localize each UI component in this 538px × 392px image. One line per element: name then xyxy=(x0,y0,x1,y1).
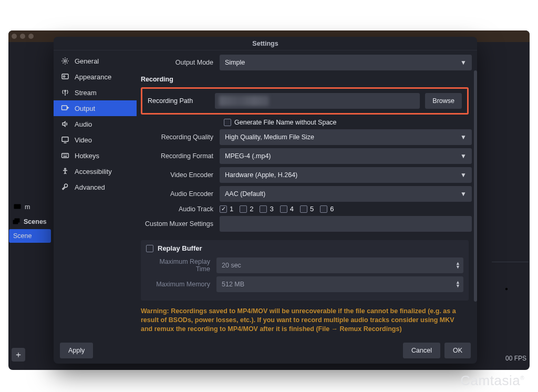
recording-format-select[interactable]: MPEG-4 (.mp4) ▼ xyxy=(220,148,472,164)
recording-path-blurred-value xyxy=(219,96,269,106)
sidebar-item-label: Hotkeys xyxy=(75,152,99,160)
svg-point-4 xyxy=(64,60,66,62)
recording-quality-label: Recording Quality xyxy=(138,133,220,141)
svg-point-3 xyxy=(505,288,508,290)
sidebar-item-label: Appearance xyxy=(75,73,111,81)
video-encoder-select[interactable]: Hardware (Apple, H.264) ▼ xyxy=(220,167,472,183)
recording-warning-text: Warning: Recordings saved to MP4/MOV wil… xyxy=(141,307,468,334)
gear-icon xyxy=(61,57,69,65)
recording-path-label: Recording Path xyxy=(148,97,210,105)
audio-encoder-label: Audio Encoder xyxy=(138,190,220,198)
browse-button[interactable]: Browse xyxy=(425,93,462,109)
appearance-icon xyxy=(61,73,69,81)
sidebar-item-label: Stream xyxy=(75,89,97,97)
scrollbar[interactable] xyxy=(474,70,477,302)
audio-encoder-select[interactable]: AAC (Default) ▼ xyxy=(220,186,472,202)
sidebar-item-output[interactable]: Output xyxy=(54,100,137,116)
output-icon xyxy=(61,104,69,112)
generate-filename-checkbox[interactable] xyxy=(224,119,231,126)
sidebar-item-label: Output xyxy=(75,105,95,112)
stepper-icon: ▲▼ xyxy=(456,262,460,269)
sidebar-item-label: Video xyxy=(75,136,92,144)
antenna-icon xyxy=(61,88,69,97)
video-encoder-label: Video Encoder xyxy=(138,171,220,179)
svg-rect-9 xyxy=(62,137,68,141)
audio-track-6-checkbox[interactable] xyxy=(320,205,327,213)
recording-quality-select[interactable]: High Quality, Medium File Size ▼ xyxy=(220,129,472,145)
svg-point-6 xyxy=(63,76,65,77)
cancel-button[interactable]: Cancel xyxy=(403,343,440,358)
max-memory-input[interactable]: 512 MB ▲▼ xyxy=(216,276,463,292)
modal-footer: Apply Cancel OK xyxy=(54,337,477,364)
sidebar-item-label: General xyxy=(75,57,99,65)
output-mode-select[interactable]: Simple ▼ xyxy=(220,55,472,70)
chevron-down-icon: ▼ xyxy=(460,133,467,141)
audio-track-2-checkbox[interactable] xyxy=(240,205,247,213)
sidebar-item-label: Accessibility xyxy=(75,168,112,176)
audio-track-3-checkbox[interactable] xyxy=(260,205,267,213)
settings-content: Output Mode Simple ▼ Recording Recording… xyxy=(137,50,477,337)
audio-track-1-checkbox[interactable] xyxy=(220,205,227,213)
sidebar-item-label: Audio xyxy=(75,120,92,128)
sidebar-item-label: Advanced xyxy=(75,183,105,191)
svg-rect-8 xyxy=(62,106,67,110)
fps-indicator: 00 FPS xyxy=(505,355,526,362)
sidebar-item-appearance[interactable]: Appearance xyxy=(54,69,137,85)
chevron-down-icon: ▼ xyxy=(460,59,467,66)
window-traffic-lights xyxy=(12,30,34,42)
scenes-sidepanel: m Scenes Scene xyxy=(9,200,51,243)
sidebar-item-stream[interactable]: Stream xyxy=(54,85,137,100)
ok-button[interactable]: OK xyxy=(444,343,471,358)
scenes-icon xyxy=(12,218,20,226)
apply-button[interactable]: Apply xyxy=(60,343,93,358)
audio-track-group: 1 2 3 4 5 6 xyxy=(220,205,472,213)
monitor-row[interactable]: m xyxy=(9,200,51,214)
monitor-row-label: m xyxy=(25,203,30,211)
svg-rect-0 xyxy=(14,204,21,209)
settings-sidebar: General Appearance Stream Output Audio V… xyxy=(54,50,137,337)
wrench-icon xyxy=(61,183,69,191)
svg-point-11 xyxy=(65,168,66,170)
svg-rect-10 xyxy=(62,153,69,158)
generate-filename-label: Generate File Name without Space xyxy=(234,119,337,126)
replay-buffer-title: Replay Buffer xyxy=(158,244,202,252)
max-replay-time-input[interactable]: 20 sec ▲▼ xyxy=(216,257,463,273)
custom-muxer-input[interactable] xyxy=(220,216,472,232)
sidebar-item-hotkeys[interactable]: Hotkeys xyxy=(54,148,137,163)
add-scene-button[interactable]: ＋ xyxy=(12,348,25,362)
recording-section-header: Recording xyxy=(141,76,472,83)
max-replay-time-label: Maximum Replay Time xyxy=(146,258,216,273)
recording-path-highlight: Recording Path Browse xyxy=(141,87,469,115)
keyboard-icon xyxy=(61,151,69,160)
monitor-icon xyxy=(61,136,69,144)
sidebar-item-general[interactable]: General xyxy=(54,53,137,69)
sidebar-item-accessibility[interactable]: Accessibility xyxy=(54,163,137,179)
custom-muxer-label: Custom Muxer Settings xyxy=(138,220,220,228)
output-mode-label: Output Mode xyxy=(138,59,220,66)
sidebar-item-video[interactable]: Video xyxy=(54,132,137,148)
monitor-icon xyxy=(13,203,22,211)
speaker-icon xyxy=(61,120,69,128)
max-memory-label: Maximum Memory xyxy=(146,281,216,288)
scenes-header: Scenes xyxy=(9,214,51,229)
settings-modal: Settings General Appearance Stream Outpu… xyxy=(54,37,477,364)
recording-path-input[interactable] xyxy=(215,93,420,109)
chevron-down-icon: ▼ xyxy=(460,190,467,198)
audio-track-4-checkbox[interactable] xyxy=(280,205,287,213)
chevron-down-icon: ▼ xyxy=(460,171,467,179)
accessibility-icon xyxy=(61,167,69,176)
audio-track-5-checkbox[interactable] xyxy=(300,205,307,213)
gear-icon xyxy=(502,285,511,293)
camtasia-watermark: Camtasia® xyxy=(460,373,524,389)
chevron-down-icon: ▼ xyxy=(460,152,467,160)
sidebar-item-audio[interactable]: Audio xyxy=(54,116,137,132)
modal-title: Settings xyxy=(54,37,477,50)
scene-item[interactable]: Scene xyxy=(9,229,51,243)
replay-buffer-panel: Replay Buffer Maximum Replay Time 20 sec… xyxy=(141,240,469,301)
settings-gear-button[interactable] xyxy=(500,283,513,295)
replay-buffer-checkbox[interactable] xyxy=(146,245,153,252)
sidebar-item-advanced[interactable]: Advanced xyxy=(54,179,137,195)
svg-point-7 xyxy=(65,90,66,91)
stepper-icon: ▲▼ xyxy=(456,281,460,288)
recording-format-label: Recording Format xyxy=(138,152,220,160)
